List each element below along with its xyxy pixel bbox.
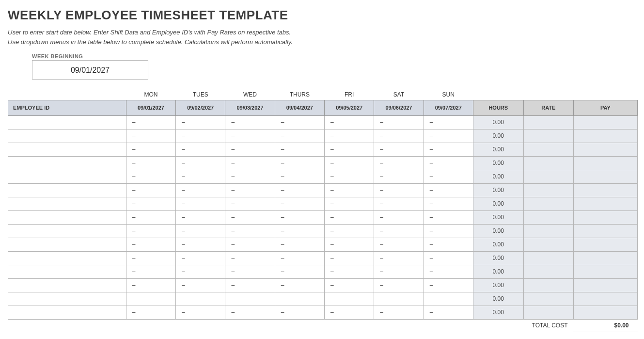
shift-cell[interactable]: – bbox=[126, 210, 175, 224]
shift-cell[interactable]: – bbox=[325, 129, 374, 143]
shift-cell[interactable]: – bbox=[275, 251, 324, 265]
shift-cell[interactable]: – bbox=[126, 238, 175, 251]
shift-cell[interactable]: – bbox=[325, 156, 374, 170]
shift-cell[interactable]: – bbox=[225, 156, 275, 170]
shift-cell[interactable]: – bbox=[374, 224, 424, 238]
shift-cell[interactable]: – bbox=[374, 278, 424, 292]
shift-cell[interactable]: – bbox=[374, 143, 424, 156]
employee-id-cell[interactable] bbox=[8, 115, 126, 129]
shift-cell[interactable]: – bbox=[275, 143, 324, 156]
shift-cell[interactable]: – bbox=[176, 306, 225, 319]
shift-cell[interactable]: – bbox=[176, 115, 225, 129]
employee-id-cell[interactable] bbox=[8, 197, 126, 210]
shift-cell[interactable]: – bbox=[424, 129, 473, 143]
shift-cell[interactable]: – bbox=[275, 156, 324, 170]
shift-cell[interactable]: – bbox=[126, 197, 175, 210]
shift-cell[interactable]: – bbox=[424, 183, 473, 197]
shift-cell[interactable]: – bbox=[275, 210, 324, 224]
shift-cell[interactable]: – bbox=[176, 210, 225, 224]
shift-cell[interactable]: – bbox=[225, 115, 275, 129]
shift-cell[interactable]: – bbox=[126, 251, 175, 265]
shift-cell[interactable]: – bbox=[325, 306, 374, 319]
shift-cell[interactable]: – bbox=[374, 306, 424, 319]
shift-cell[interactable]: – bbox=[225, 197, 275, 210]
shift-cell[interactable]: – bbox=[275, 238, 324, 251]
shift-cell[interactable]: – bbox=[225, 170, 275, 183]
shift-cell[interactable]: – bbox=[325, 224, 374, 238]
shift-cell[interactable]: – bbox=[325, 238, 374, 251]
shift-cell[interactable]: – bbox=[176, 292, 225, 306]
shift-cell[interactable]: – bbox=[126, 129, 175, 143]
shift-cell[interactable]: – bbox=[176, 224, 225, 238]
shift-cell[interactable]: – bbox=[275, 129, 324, 143]
shift-cell[interactable]: – bbox=[374, 170, 424, 183]
employee-id-cell[interactable] bbox=[8, 292, 126, 306]
shift-cell[interactable]: – bbox=[126, 183, 175, 197]
shift-cell[interactable]: – bbox=[225, 265, 275, 278]
employee-id-cell[interactable] bbox=[8, 251, 126, 265]
shift-cell[interactable]: – bbox=[126, 265, 175, 278]
shift-cell[interactable]: – bbox=[275, 170, 324, 183]
shift-cell[interactable]: – bbox=[126, 170, 175, 183]
shift-cell[interactable]: – bbox=[325, 292, 374, 306]
shift-cell[interactable]: – bbox=[325, 278, 374, 292]
shift-cell[interactable]: – bbox=[275, 292, 324, 306]
employee-id-cell[interactable] bbox=[8, 278, 126, 292]
shift-cell[interactable]: – bbox=[424, 210, 473, 224]
shift-cell[interactable]: – bbox=[374, 238, 424, 251]
shift-cell[interactable]: – bbox=[374, 292, 424, 306]
shift-cell[interactable]: – bbox=[374, 197, 424, 210]
shift-cell[interactable]: – bbox=[374, 115, 424, 129]
employee-id-cell[interactable] bbox=[8, 156, 126, 170]
shift-cell[interactable]: – bbox=[424, 292, 473, 306]
employee-id-cell[interactable] bbox=[8, 265, 126, 278]
shift-cell[interactable]: – bbox=[126, 292, 175, 306]
shift-cell[interactable]: – bbox=[176, 183, 225, 197]
shift-cell[interactable]: – bbox=[225, 210, 275, 224]
shift-cell[interactable]: – bbox=[176, 251, 225, 265]
shift-cell[interactable]: – bbox=[176, 143, 225, 156]
shift-cell[interactable]: – bbox=[126, 115, 175, 129]
shift-cell[interactable]: – bbox=[126, 224, 175, 238]
shift-cell[interactable]: – bbox=[374, 210, 424, 224]
shift-cell[interactable]: – bbox=[275, 183, 324, 197]
employee-id-cell[interactable] bbox=[8, 224, 126, 238]
shift-cell[interactable]: – bbox=[325, 115, 374, 129]
shift-cell[interactable]: – bbox=[325, 251, 374, 265]
shift-cell[interactable]: – bbox=[225, 278, 275, 292]
shift-cell[interactable]: – bbox=[424, 197, 473, 210]
employee-id-cell[interactable] bbox=[8, 143, 126, 156]
shift-cell[interactable]: – bbox=[176, 129, 225, 143]
shift-cell[interactable]: – bbox=[225, 143, 275, 156]
employee-id-cell[interactable] bbox=[8, 306, 126, 319]
shift-cell[interactable]: – bbox=[325, 170, 374, 183]
shift-cell[interactable]: – bbox=[275, 115, 324, 129]
shift-cell[interactable]: – bbox=[275, 197, 324, 210]
shift-cell[interactable]: – bbox=[374, 156, 424, 170]
shift-cell[interactable]: – bbox=[126, 306, 175, 319]
shift-cell[interactable]: – bbox=[275, 265, 324, 278]
employee-id-cell[interactable] bbox=[8, 129, 126, 143]
employee-id-cell[interactable] bbox=[8, 183, 126, 197]
shift-cell[interactable]: – bbox=[325, 197, 374, 210]
employee-id-cell[interactable] bbox=[8, 238, 126, 251]
shift-cell[interactable]: – bbox=[275, 306, 324, 319]
shift-cell[interactable]: – bbox=[325, 265, 374, 278]
shift-cell[interactable]: – bbox=[176, 170, 225, 183]
shift-cell[interactable]: – bbox=[225, 292, 275, 306]
shift-cell[interactable]: – bbox=[225, 224, 275, 238]
shift-cell[interactable]: – bbox=[424, 224, 473, 238]
employee-id-cell[interactable] bbox=[8, 170, 126, 183]
shift-cell[interactable]: – bbox=[325, 210, 374, 224]
shift-cell[interactable]: – bbox=[275, 224, 324, 238]
shift-cell[interactable]: – bbox=[374, 183, 424, 197]
shift-cell[interactable]: – bbox=[225, 306, 275, 319]
shift-cell[interactable]: – bbox=[424, 306, 473, 319]
shift-cell[interactable]: – bbox=[176, 265, 225, 278]
shift-cell[interactable]: – bbox=[225, 238, 275, 251]
shift-cell[interactable]: – bbox=[374, 251, 424, 265]
shift-cell[interactable]: – bbox=[176, 278, 225, 292]
shift-cell[interactable]: – bbox=[424, 115, 473, 129]
shift-cell[interactable]: – bbox=[374, 129, 424, 143]
shift-cell[interactable]: – bbox=[325, 143, 374, 156]
